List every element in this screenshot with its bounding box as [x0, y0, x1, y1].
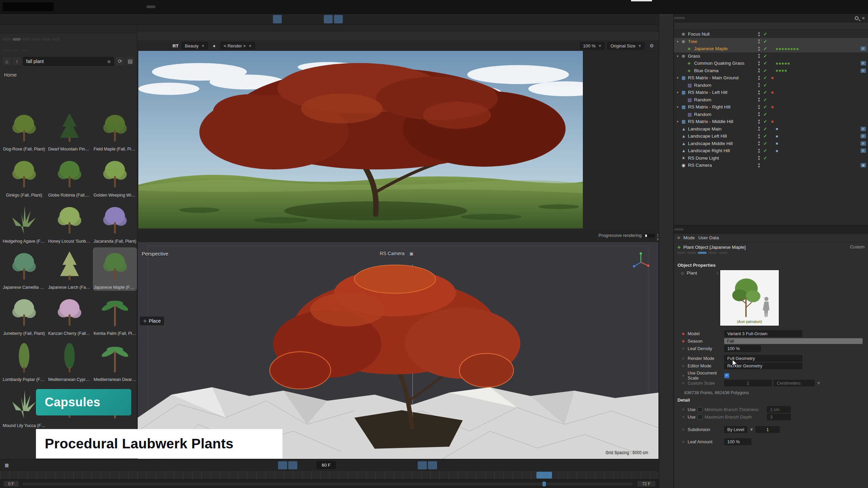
alpha-icon[interactable] [288, 42, 296, 49]
detail-value-field[interactable]: 3 [767, 414, 791, 420]
object-name[interactable]: Random [694, 112, 756, 117]
enable-check-icon[interactable]: ✓ [762, 156, 769, 161]
object-row[interactable]: ▲ Landscape Left Hill ✓ ■ F [674, 133, 868, 140]
sculpt-icon[interactable] [661, 205, 671, 215]
select-tool-icon[interactable] [661, 26, 671, 36]
expand-caret-icon[interactable]: ▾ [677, 90, 682, 94]
object-row[interactable]: ▲ Landscape Middle Hill ✓ ■ F [674, 140, 868, 147]
enable-check-icon[interactable]: ✓ [762, 61, 769, 66]
viewport-label[interactable]: Perspective [142, 251, 168, 257]
attribute-value[interactable]: Variant 3 Full-Grown [724, 330, 802, 337]
asset-subtab[interactable] [12, 49, 19, 52]
attribute-value[interactable]: Fall [724, 338, 863, 344]
material-tags[interactable]: ■ [776, 134, 861, 138]
up-folder-icon[interactable]: ↑ [13, 57, 21, 65]
object-name[interactable]: Random [694, 97, 756, 102]
renderer-dropdown[interactable]: < Render >▼ [221, 42, 255, 49]
generator-icon[interactable] [661, 124, 671, 133]
rotation-key-icon[interactable] [397, 461, 407, 469]
timeline-mini-icon[interactable]: ▦ [2, 461, 11, 469]
tag-chip[interactable]: F [861, 127, 866, 131]
enable-check-icon[interactable]: ✓ [762, 39, 769, 44]
clear-search-icon[interactable]: ⊗ [107, 59, 111, 64]
visibility-toggles[interactable] [756, 119, 762, 124]
refresh-icon[interactable]: ⟳ [116, 57, 124, 65]
object-row[interactable]: ▾ ⊕ Tree ✓ [674, 38, 868, 45]
refresh-render-icon[interactable] [150, 42, 159, 49]
scale-key-icon[interactable] [387, 461, 396, 469]
zoom-dropdown[interactable]: 100 %▼ [580, 42, 605, 49]
section-tab[interactable] [677, 252, 686, 254]
menu-item[interactable] [67, 5, 76, 8]
goto-start-icon[interactable] [205, 461, 214, 469]
visibility-toggles[interactable] [756, 46, 762, 51]
search-field[interactable]: ⊗ [23, 57, 114, 66]
search-input[interactable] [26, 59, 105, 64]
menu-item[interactable] [164, 5, 173, 8]
visibility-toggles[interactable] [756, 112, 762, 117]
object-name[interactable]: Landscape Right Hill [688, 148, 756, 153]
asset-item[interactable]: Golden Weeping Willo... [93, 155, 137, 199]
enable-check-icon[interactable]: ✓ [762, 134, 769, 139]
key-marker[interactable]: ◇ [681, 271, 684, 276]
use-document-scale-checkbox[interactable] [724, 373, 729, 378]
object-row[interactable]: ⊕ Focus Null ✓ [674, 30, 868, 38]
object-name[interactable]: RS Matrix - Right Hill [688, 104, 756, 109]
plane-icon[interactable] [661, 42, 671, 52]
visibility-toggles[interactable] [756, 54, 762, 58]
rv-settings-gear-icon[interactable]: ⚙ [647, 42, 656, 49]
render-view-icon[interactable] [614, 15, 623, 23]
redshift-object-tag[interactable]: ■ [769, 75, 776, 80]
volume-icon[interactable] [661, 172, 671, 182]
key-marker[interactable]: ○ [681, 427, 686, 431]
visibility-toggles[interactable] [756, 148, 762, 153]
detail-value-field[interactable]: 1 cm [767, 406, 791, 413]
current-frame-field[interactable]: 60 F [317, 461, 336, 469]
object-name[interactable]: Grass [688, 54, 756, 59]
redshift-object-tag[interactable]: ■ [769, 104, 776, 109]
visibility-toggles[interactable] [756, 134, 762, 139]
enable-check-icon[interactable]: ✓ [762, 148, 769, 153]
spline-pen-icon[interactable] [661, 140, 671, 149]
key-marker[interactable]: ◆ [681, 339, 686, 343]
visibility-toggles[interactable] [756, 68, 762, 73]
rt-mode-label[interactable]: RT [171, 43, 180, 48]
menu-item[interactable] [138, 5, 146, 8]
hud-icon[interactable] [441, 461, 450, 469]
asset-item[interactable]: Ginkgo (Fall, Plant) [2, 155, 46, 199]
menu-item[interactable] [173, 5, 182, 8]
prev-frame-icon[interactable] [225, 461, 234, 469]
chevron-right-icon[interactable]: › [717, 271, 718, 276]
asset-item[interactable]: Jacaranda (Fall, Plant) [93, 201, 137, 245]
z-axis-toggle[interactable] [44, 15, 53, 23]
play-icon[interactable] [235, 461, 244, 469]
grid-overlay-icon[interactable] [267, 42, 276, 49]
pla-key-icon[interactable] [418, 461, 427, 469]
key-marker[interactable]: ○ [681, 407, 686, 411]
measure-icon[interactable] [661, 156, 671, 166]
visibility-toggles[interactable] [756, 32, 762, 37]
enable-check-icon[interactable]: ✓ [762, 112, 769, 117]
enable-check-icon[interactable]: ✓ [762, 141, 769, 146]
key-marker[interactable]: ○ [681, 364, 686, 368]
asset-item[interactable]: Kentia Palm (Fall, Plant) [93, 293, 137, 337]
tag-chip[interactable]: F [861, 134, 866, 138]
mode-menu[interactable]: Mode [684, 235, 695, 240]
menu-item[interactable] [85, 5, 94, 8]
section-tab[interactable] [708, 252, 717, 254]
key-marker[interactable]: ○ [681, 346, 686, 350]
asset-item[interactable]: Field Maple (Fall, Plant) [93, 109, 137, 152]
clear-icon[interactable] [338, 42, 347, 49]
object-row[interactable]: ▾ ▦ RS Matrix - Left Hill ✓ ■ [674, 89, 868, 96]
key-marker[interactable]: ○ [681, 373, 686, 378]
visibility-toggles[interactable] [756, 61, 762, 66]
hamburger-icon[interactable]: ≡ [677, 235, 680, 240]
visibility-toggles[interactable] [756, 39, 762, 44]
menu-item[interactable] [102, 5, 111, 8]
enable-check-icon[interactable]: ✓ [762, 83, 769, 88]
pingpong-icon[interactable] [288, 461, 297, 469]
x-axis-toggle[interactable] [24, 15, 33, 23]
menu-item[interactable] [120, 5, 129, 8]
channels-icon[interactable] [308, 42, 317, 49]
frame-ruler[interactable] [0, 470, 659, 479]
